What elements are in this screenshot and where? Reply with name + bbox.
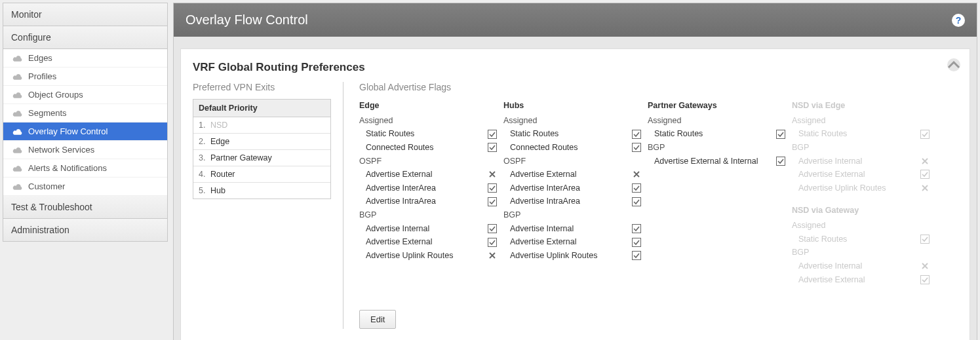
- priority-table: Default Priority 1.NSD2.Edge3.Partner Ga…: [193, 99, 331, 199]
- flag-row: Advertise External: [359, 168, 497, 181]
- unchecked-icon[interactable]: [488, 251, 497, 260]
- flag-column-title: Edge: [359, 99, 497, 113]
- flag-label: Static Routes: [510, 127, 559, 141]
- sidebar-item-label: Network Services: [28, 145, 94, 155]
- svg-rect-1: [488, 143, 497, 152]
- sidebar-item-edges[interactable]: Edges: [3, 49, 167, 67]
- flag-label: Static Routes: [654, 127, 703, 141]
- priority-table-header: Default Priority: [193, 100, 330, 117]
- flag-row: Static Routes: [792, 127, 930, 141]
- flag-label: Advertise External: [798, 168, 865, 181]
- cloud-icon: [12, 109, 23, 117]
- checked-icon[interactable]: [488, 224, 497, 233]
- checked-icon[interactable]: [632, 130, 641, 139]
- flag-label: Static Routes: [798, 127, 847, 141]
- sidebar-section-configure[interactable]: Configure: [3, 26, 167, 49]
- unchecked-icon[interactable]: [920, 157, 930, 166]
- flag-row: Static Routes: [359, 127, 497, 141]
- checked-icon[interactable]: [632, 197, 641, 206]
- svg-rect-16: [921, 170, 930, 179]
- flag-group-label: BGP: [503, 208, 641, 222]
- checked-icon[interactable]: [488, 130, 497, 139]
- checked-icon[interactable]: [920, 170, 930, 179]
- flag-row: Advertise Internal: [792, 259, 930, 273]
- flag-row: Connected Routes: [503, 141, 641, 155]
- cloud-icon: [12, 164, 23, 172]
- flag-row: Static Routes: [503, 127, 641, 141]
- checked-icon[interactable]: [776, 130, 785, 139]
- checked-icon[interactable]: [632, 238, 641, 247]
- flag-label: Advertise IntraArea: [366, 195, 436, 208]
- edit-button[interactable]: Edit: [359, 310, 396, 329]
- unchecked-icon[interactable]: [920, 183, 930, 193]
- checked-icon[interactable]: [488, 183, 497, 193]
- sidebar-item-customer[interactable]: Customer: [3, 178, 167, 196]
- flag-row: Advertise Internal: [503, 222, 641, 236]
- priority-label: Partner Gateway: [210, 153, 272, 162]
- flag-column-title: NSD via Edge: [792, 99, 930, 113]
- checked-icon[interactable]: [632, 143, 641, 152]
- svg-rect-14: [777, 157, 785, 165]
- flag-label: Static Routes: [366, 127, 414, 141]
- unchecked-icon[interactable]: [488, 170, 497, 179]
- priority-number: 2.: [199, 137, 210, 146]
- flag-label: Advertise InterArea: [366, 181, 436, 195]
- help-icon[interactable]: ?: [952, 14, 965, 27]
- priority-label: NSD: [210, 121, 227, 130]
- sidebar-item-network-services[interactable]: Network Services: [3, 141, 167, 159]
- flag-row: Advertise IntraArea: [503, 195, 641, 208]
- priority-row[interactable]: 2.Edge: [193, 134, 330, 150]
- svg-rect-2: [488, 184, 497, 193]
- sidebar-section-administration[interactable]: Administration: [3, 219, 167, 241]
- svg-rect-8: [633, 184, 641, 193]
- checked-icon[interactable]: [632, 224, 641, 233]
- priority-number: 1.: [199, 121, 210, 130]
- flag-row: Advertise InterArea: [359, 181, 497, 195]
- svg-rect-7: [633, 143, 641, 152]
- sidebar-item-label: Overlay Flow Control: [28, 126, 108, 136]
- svg-rect-4: [488, 224, 497, 233]
- unchecked-icon[interactable]: [632, 170, 641, 179]
- flag-label: Advertise Uplink Routes: [510, 249, 597, 263]
- checked-icon[interactable]: [488, 143, 497, 152]
- flag-label: Advertise External: [798, 273, 865, 287]
- unchecked-icon[interactable]: [920, 261, 930, 271]
- cloud-icon: [12, 91, 23, 99]
- svg-rect-13: [777, 130, 785, 138]
- flag-label: Advertise Internal: [510, 222, 574, 236]
- svg-rect-0: [488, 130, 497, 138]
- checked-icon[interactable]: [776, 157, 785, 166]
- flag-row: Advertise External: [792, 168, 930, 181]
- priority-row[interactable]: 1.NSD: [193, 117, 330, 134]
- main-panel: Overlay Flow Control ? VRF Global Routin…: [173, 3, 977, 340]
- flag-columns: EdgeAssignedStatic RoutesConnected Route…: [359, 99, 958, 295]
- sidebar-section-monitor[interactable]: Monitor: [3, 3, 167, 26]
- sidebar-item-overlay-flow-control[interactable]: Overlay Flow Control: [3, 123, 167, 141]
- flag-group-label: Assigned: [359, 114, 497, 128]
- checked-icon[interactable]: [920, 235, 930, 244]
- priority-row[interactable]: 5.Hub: [193, 183, 330, 198]
- checked-icon[interactable]: [488, 238, 497, 247]
- collapse-icon[interactable]: [947, 58, 960, 71]
- sidebar-item-profiles[interactable]: Profiles: [3, 67, 167, 86]
- sidebar: Monitor Configure EdgesProfilesObject Gr…: [3, 3, 168, 242]
- flag-column: HubsAssignedStatic RoutesConnected Route…: [503, 99, 641, 295]
- checked-icon[interactable]: [632, 251, 641, 260]
- sidebar-section-test-troubleshoot[interactable]: Test & Troubleshoot: [3, 196, 167, 219]
- vpn-exits-title: Preferred VPN Exits: [193, 82, 331, 92]
- flag-label: Connected Routes: [366, 141, 434, 155]
- sidebar-item-alerts-notifications[interactable]: Alerts & Notifications: [3, 159, 167, 178]
- priority-row[interactable]: 3.Partner Gateway: [193, 150, 330, 166]
- checked-icon[interactable]: [632, 183, 641, 193]
- checked-icon[interactable]: [920, 275, 930, 284]
- priority-label: Hub: [210, 186, 225, 195]
- svg-rect-10: [633, 224, 641, 233]
- sidebar-item-segments[interactable]: Segments: [3, 104, 167, 123]
- flag-row: Static Routes: [792, 233, 930, 246]
- checked-icon[interactable]: [920, 130, 930, 139]
- flags-title: Global Advertise Flags: [359, 82, 958, 92]
- priority-row[interactable]: 4.Router: [193, 166, 330, 183]
- checked-icon[interactable]: [488, 197, 497, 206]
- sidebar-item-object-groups[interactable]: Object Groups: [3, 86, 167, 104]
- flag-group-label: Assigned: [503, 114, 641, 128]
